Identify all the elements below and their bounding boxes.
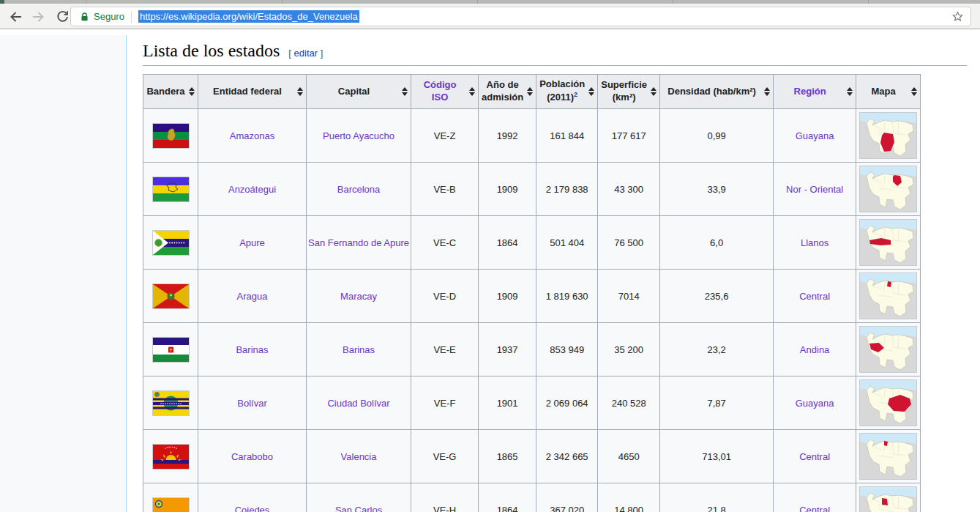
state-link[interactable]: Anzoátegui [228, 184, 276, 195]
area-value: 177 617 [612, 130, 646, 141]
state-link[interactable]: Amazonas [230, 130, 274, 141]
population-value: 2 342 665 [546, 451, 588, 462]
column-header-ano-admision[interactable]: Año de admisión [479, 75, 536, 109]
sort-icon[interactable] [588, 87, 594, 96]
heading-rule [143, 65, 967, 66]
column-header-region[interactable]: Región [774, 75, 856, 109]
flag-image[interactable] [145, 124, 196, 148]
region-link[interactable]: Llanos [801, 237, 828, 248]
state-link[interactable]: Bolívar [237, 398, 266, 409]
state-link[interactable]: Aragua [237, 291, 268, 302]
iso-code: VE-E [433, 344, 455, 355]
flag-image[interactable] [145, 498, 196, 512]
area-value: 4650 [618, 451, 640, 462]
iso-code: VE-D [433, 291, 456, 302]
flag-image[interactable] [145, 338, 196, 362]
url-text[interactable]: https://es.wikipedia.org/wiki/Estados_de… [138, 10, 359, 23]
region-link[interactable]: Central [799, 451, 830, 462]
flag-image[interactable] [145, 177, 196, 201]
reference-link[interactable]: 2 [574, 91, 577, 98]
capital-link[interactable]: San Fernando de Apure [308, 237, 409, 248]
column-label: Año de admisión [482, 79, 523, 103]
browser-window: Seguro https://es.wikipedia.org/wiki/Est… [0, 0, 980, 512]
state-link[interactable]: Cojedes [235, 505, 270, 512]
state-map[interactable] [858, 272, 919, 319]
region-link[interactable]: Nor - Oriental [786, 184, 843, 195]
flag-image[interactable] [145, 284, 196, 308]
state-map[interactable] [858, 486, 919, 512]
address-bar[interactable]: Seguro https://es.wikipedia.org/wiki/Est… [70, 7, 971, 26]
sort-icon[interactable] [911, 87, 917, 96]
region-link[interactable]: Andina [800, 344, 829, 355]
article-content: Lista de los estados [ editar ] BanderaE… [127, 29, 980, 512]
state-map[interactable] [858, 219, 919, 266]
iso-code: VE-Z [434, 130, 456, 141]
region-link[interactable]: Guayana [796, 398, 834, 409]
column-label: Código ISO [424, 79, 457, 103]
forward-button[interactable] [29, 7, 48, 26]
column-header-entidad-federal[interactable]: Entidad federal [198, 75, 307, 109]
admission-year: 1937 [497, 344, 518, 355]
capital-link[interactable]: Valencia [341, 451, 377, 462]
state-map[interactable] [858, 433, 919, 480]
population-value: 501 404 [550, 237, 584, 248]
density-value: 713,01 [702, 451, 731, 462]
state-map[interactable] [858, 379, 919, 426]
bookmark-star-icon[interactable] [951, 10, 964, 23]
area-value: 7014 [618, 291, 640, 302]
flag-image[interactable] [145, 391, 196, 415]
column-label: Capital [338, 86, 370, 97]
sort-icon[interactable] [651, 87, 657, 96]
column-header-poblacion[interactable]: Población (2011)2 [536, 75, 598, 109]
region-link[interactable]: Guayana [796, 130, 834, 141]
area-value: 43 300 [614, 184, 643, 195]
sort-icon[interactable] [764, 87, 770, 96]
flag-image[interactable] [145, 231, 196, 255]
population-value: 161 844 [550, 130, 584, 141]
column-label: Mapa [871, 86, 895, 97]
admission-year: 1864 [497, 505, 518, 512]
column-header-bandera[interactable]: Bandera [143, 75, 198, 109]
state-link[interactable]: Apure [239, 237, 265, 248]
capital-link[interactable]: Ciudad Bolívar [327, 398, 389, 409]
sort-icon[interactable] [469, 87, 475, 96]
capital-link[interactable]: Barinas [343, 344, 375, 355]
iso-code: VE-H [433, 505, 456, 512]
omnibox-divider [131, 11, 132, 23]
states-table: BanderaEntidad federalCapitalCódigo ISOA… [143, 74, 921, 512]
density-value: 0,99 [707, 130, 725, 141]
state-link[interactable]: Barinas [236, 344, 268, 355]
region-link[interactable]: Central [799, 291, 830, 302]
sort-icon[interactable] [527, 87, 533, 96]
sort-icon[interactable] [189, 87, 195, 96]
capital-link[interactable]: San Carlos [335, 505, 382, 512]
sort-icon[interactable] [847, 87, 853, 96]
wikipedia-page: Lista de los estados [ editar ] BanderaE… [0, 29, 980, 512]
state-map[interactable] [858, 112, 919, 159]
back-button[interactable] [6, 7, 25, 26]
capital-link[interactable]: Barcelona [337, 184, 381, 195]
density-value: 21,8 [707, 505, 725, 512]
state-map[interactable] [858, 326, 919, 373]
column-header-densidad[interactable]: Densidad (hab/km²) [660, 75, 774, 109]
population-value: 2 069 064 [546, 398, 588, 409]
flag-image[interactable] [145, 445, 196, 469]
reload-button[interactable] [53, 7, 72, 26]
table-row: BarinasBarinasVE-E1937853 94935 20023,2A… [143, 323, 921, 376]
column-header-mapa[interactable]: Mapa [856, 75, 921, 109]
region-link[interactable]: Central [799, 505, 830, 512]
column-header-capital[interactable]: Capital [307, 75, 411, 109]
state-map[interactable] [858, 166, 919, 212]
column-header-codigo-iso[interactable]: Código ISO [411, 75, 479, 109]
capital-link[interactable]: Maracay [340, 291, 377, 302]
secure-label: Seguro [94, 11, 124, 22]
population-value: 2 179 838 [546, 184, 588, 195]
column-header-superficie[interactable]: Superficie (km²) [598, 75, 660, 109]
area-value: 35 200 [614, 344, 643, 355]
capital-link[interactable]: Puerto Ayacucho [323, 130, 394, 141]
sort-icon[interactable] [297, 87, 303, 96]
sort-icon[interactable] [402, 87, 408, 96]
table-row: AmazonasPuerto AyacuchoVE-Z1992161 84417… [143, 109, 921, 163]
state-link[interactable]: Carabobo [231, 451, 273, 462]
edit-link[interactable]: editar [294, 48, 318, 59]
